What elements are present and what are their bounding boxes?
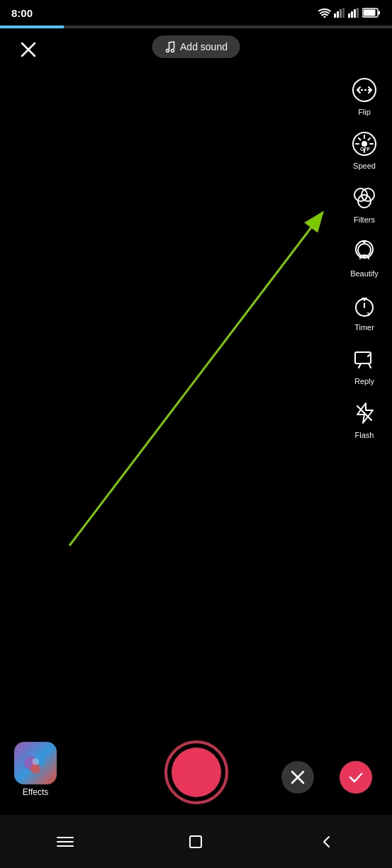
- menu-icon: [56, 835, 74, 849]
- svg-rect-5: [351, 11, 353, 18]
- arrow-overlay: [0, 0, 392, 868]
- effects-icon-graphic: [21, 749, 50, 777]
- back-icon: [320, 835, 334, 849]
- flash-icon: [352, 400, 377, 426]
- svg-rect-9: [379, 11, 381, 15]
- home-icon: [188, 834, 203, 850]
- svg-rect-26: [355, 352, 371, 363]
- status-icons: [318, 8, 381, 18]
- svg-rect-6: [354, 9, 356, 18]
- flash-button[interactable]: Flash: [345, 394, 383, 442]
- svg-point-32: [32, 758, 39, 765]
- reply-icon-container: [348, 343, 381, 376]
- record-outer-ring: [164, 740, 228, 804]
- beautify-label: Beautify: [350, 269, 379, 278]
- signal-icon-2: [348, 8, 359, 18]
- music-icon: [164, 41, 176, 52]
- flip-icon: [352, 77, 377, 103]
- flip-icon-container: [348, 74, 381, 106]
- speed-button[interactable]: OFF Speed: [345, 125, 383, 173]
- svg-point-16: [362, 141, 367, 147]
- wifi-icon: [318, 8, 331, 18]
- flash-label: Flash: [355, 431, 374, 439]
- speed-icon: OFF: [352, 131, 377, 157]
- reply-button[interactable]: Reply: [345, 340, 383, 388]
- filters-icon: [352, 185, 377, 210]
- svg-rect-10: [364, 10, 376, 16]
- flip-label: Flip: [358, 108, 371, 116]
- svg-rect-3: [342, 8, 345, 18]
- svg-rect-0: [334, 13, 336, 18]
- signal-icon-1: [334, 8, 345, 18]
- nav-bar: [0, 815, 392, 868]
- discard-icon: [290, 770, 306, 785]
- speed-icon-container: OFF: [348, 128, 381, 160]
- timer-button[interactable]: 3 Timer: [345, 286, 383, 334]
- svg-rect-4: [348, 13, 350, 18]
- right-controls: Flip OFF Speed Filters: [345, 71, 383, 442]
- close-icon: [21, 42, 36, 57]
- nav-home-button[interactable]: [181, 828, 210, 856]
- confirm-button[interactable]: [340, 761, 372, 794]
- timer-icon-container: 3: [348, 289, 381, 322]
- progress-bar-container: [0, 26, 392, 28]
- svg-rect-2: [340, 9, 342, 18]
- flip-button[interactable]: Flip: [345, 71, 383, 119]
- effects-label: Effects: [23, 787, 48, 797]
- effects-button[interactable]: Effects: [14, 742, 57, 797]
- discard-button[interactable]: [281, 761, 314, 794]
- svg-text:OFF: OFF: [360, 147, 371, 152]
- nav-back-button[interactable]: [313, 828, 341, 856]
- svg-point-23: [363, 240, 366, 243]
- status-time: 8:00: [11, 7, 33, 19]
- reply-label: Reply: [354, 377, 374, 385]
- record-button[interactable]: [164, 740, 228, 804]
- filters-icon-container: [348, 181, 381, 214]
- timer-label: Timer: [354, 323, 374, 332]
- beautify-icon: [352, 239, 377, 264]
- nav-menu-button[interactable]: [51, 828, 79, 856]
- effects-icon: [14, 742, 57, 784]
- close-button[interactable]: [14, 35, 43, 64]
- timer-icon: 3: [352, 293, 377, 318]
- add-sound-label: Add sound: [180, 41, 228, 52]
- beautify-icon-container: [348, 235, 381, 268]
- svg-text:3: 3: [366, 311, 370, 317]
- beautify-button[interactable]: Beautify: [345, 232, 383, 281]
- status-bar: 8:00: [0, 0, 392, 26]
- svg-rect-7: [357, 8, 359, 18]
- green-arrow: [69, 213, 323, 546]
- speed-label: Speed: [353, 162, 376, 170]
- svg-rect-38: [190, 836, 201, 847]
- battery-icon: [362, 8, 381, 18]
- filters-button[interactable]: Filters: [345, 179, 383, 227]
- flash-icon-container: [348, 397, 381, 429]
- svg-point-31: [30, 764, 40, 774]
- svg-rect-1: [337, 11, 339, 18]
- confirm-icon: [348, 770, 364, 785]
- filters-label: Filters: [354, 215, 375, 224]
- progress-bar-fill: [0, 26, 64, 28]
- record-inner-circle: [172, 748, 221, 797]
- reply-icon: [352, 346, 377, 372]
- add-sound-button[interactable]: Add sound: [152, 35, 240, 58]
